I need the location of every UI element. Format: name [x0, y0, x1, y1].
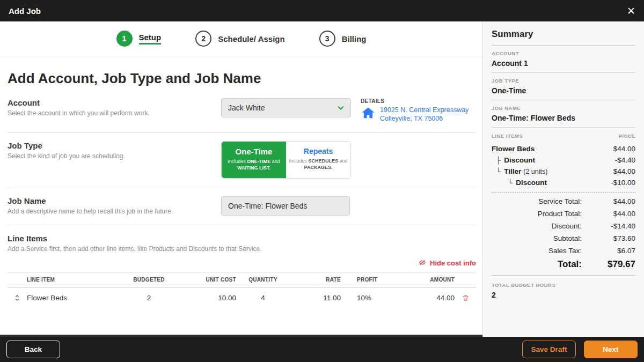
- account-details: DETAILS 19025 N. Central Expressway Coll…: [351, 98, 476, 123]
- job-type-toggle: One-Time Includes ONE-TIME and WAITING L…: [221, 141, 351, 179]
- repeats-title: Repeats: [289, 147, 348, 156]
- account-address: 19025 N. Central Expressway Colleyville,…: [380, 106, 469, 123]
- reorder-icon[interactable]: [8, 294, 27, 302]
- summary-line-items-label: LINE ITEMS: [492, 133, 523, 139]
- line-items-label: Line Items: [8, 234, 476, 243]
- summary-job-type: JOB TYPE One-Time: [492, 73, 635, 100]
- budget-hours-value: 2: [492, 291, 635, 299]
- eye-slash-icon: [418, 259, 427, 268]
- job-type-label: Job Type: [8, 141, 221, 150]
- summary-line-items-header: LINE ITEMS PRICE: [492, 133, 635, 142]
- home-icon: [361, 106, 376, 123]
- summary-job-name-label: JOB NAME: [492, 105, 635, 111]
- summary-job-type-value: One-Time: [492, 86, 635, 95]
- table-row: Flower Beds 2 10.00 4 11.00 10% 44.00: [8, 287, 476, 308]
- job-type-description: Select the kind of job you are schedulin…: [8, 152, 221, 160]
- main-panel: 1 Setup 2 Schedule/ Assign 3 Billing Add…: [0, 21, 483, 337]
- account-label: Account: [8, 98, 221, 107]
- account-description: Select the account in which you will per…: [8, 109, 221, 117]
- step-1-label: Setup: [139, 33, 162, 45]
- col-budgeted: BUDGETED: [126, 277, 172, 283]
- next-button[interactable]: Next: [584, 341, 638, 358]
- summary-subtotal: Subtotal:$73.60: [492, 234, 635, 242]
- cell-quantity: 4: [236, 294, 290, 302]
- col-quantity: QUANTITY: [236, 277, 290, 283]
- account-label-block: Account Select the account in which you …: [8, 98, 221, 117]
- table-header-row: LINE ITEM BUDGETED UNIT COST QUANTITY RA…: [8, 272, 476, 287]
- page-title: Add Account, Job Type and Job Name: [8, 70, 476, 87]
- main-body: Add Account, Job Type and Job Name Accou…: [0, 56, 482, 337]
- step-setup[interactable]: 1 Setup: [116, 31, 162, 47]
- one-time-title: One-Time: [224, 147, 283, 156]
- step-2-circle: 2: [195, 31, 211, 47]
- account-address-link[interactable]: 19025 N. Central Expressway Colleyville,…: [361, 106, 476, 123]
- cell-amount: 44.00: [394, 294, 455, 302]
- account-section: Account Select the account in which you …: [8, 90, 476, 133]
- job-type-label-block: Job Type Select the kind of job you are …: [8, 141, 221, 160]
- step-2-label: Schedule/ Assign: [218, 34, 284, 43]
- close-icon[interactable]: ✕: [627, 6, 635, 16]
- address-line-1: 19025 N. Central Expressway: [380, 106, 469, 114]
- line-items-section: Line Items Add a Service first, then add…: [8, 225, 476, 308]
- cell-profit: 10%: [341, 294, 394, 302]
- summary-price-label: PRICE: [618, 133, 635, 139]
- budget-hours-label: TOTAL BUDGET HOURS: [492, 282, 635, 288]
- summary-budget-hours: TOTAL BUDGET HOURS 2: [492, 276, 635, 306]
- summary-sales-tax: Sales Tax:$6.07: [492, 247, 635, 255]
- job-name-description: Add a descriptive name to help recall th…: [8, 208, 221, 215]
- summary-account: ACCOUNT Account 1: [492, 46, 635, 73]
- table-bottom-edge: [0, 335, 482, 337]
- cell-unit-cost: 10.00: [172, 294, 236, 302]
- cell-budgeted: 2: [126, 294, 172, 302]
- hide-cost-info-link[interactable]: Hide cost info: [8, 259, 476, 268]
- step-schedule-assign[interactable]: 2 Schedule/ Assign: [195, 31, 284, 47]
- account-dropdown-value: Jack White: [228, 104, 265, 112]
- stepper: 1 Setup 2 Schedule/ Assign 3 Billing: [0, 21, 482, 56]
- col-profit: PROFIT: [341, 277, 394, 283]
- col-line-item: LINE ITEM: [27, 277, 126, 283]
- summary-item-tiller: └ Tiller (2 units) $44.00: [492, 167, 635, 175]
- tree-connector: └: [508, 179, 513, 187]
- save-draft-button[interactable]: Save Draft: [522, 341, 576, 358]
- step-3-circle: 3: [319, 31, 335, 47]
- col-unit-cost: UNIT COST: [172, 277, 236, 283]
- dialog-title: Add Job: [9, 6, 41, 16]
- step-3-label: Billing: [342, 34, 367, 43]
- back-button[interactable]: Back: [6, 341, 60, 358]
- content: 1 Setup 2 Schedule/ Assign 3 Billing Add…: [0, 21, 644, 337]
- line-items-table: LINE ITEM BUDGETED UNIT COST QUANTITY RA…: [8, 272, 476, 308]
- hide-cost-info-label: Hide cost info: [430, 259, 476, 267]
- job-name-label-block: Job Name Add a descriptive name to help …: [8, 196, 221, 215]
- one-time-subtitle: Includes ONE-TIME and WAITING LIST.: [224, 158, 283, 172]
- job-name-input[interactable]: [221, 196, 350, 216]
- summary-title: Summary: [492, 29, 635, 46]
- account-dropdown[interactable]: Jack White: [221, 98, 351, 117]
- topbar: Add Job ✕: [0, 0, 644, 21]
- job-type-section: Job Type Select the kind of job you are …: [8, 133, 476, 188]
- line-items-description: Add a Service first, then add other line…: [8, 245, 476, 253]
- summary-item-flower-beds: Flower Beds $44.00: [492, 145, 635, 153]
- details-label: DETAILS: [361, 98, 476, 104]
- job-name-label: Job Name: [8, 196, 221, 205]
- chevron-down-icon: [338, 106, 344, 110]
- job-type-repeats-button[interactable]: Repeats Includes SCHEDULES and PACKAGES.: [286, 142, 350, 178]
- job-type-one-time-button[interactable]: One-Time Includes ONE-TIME and WAITING L…: [222, 142, 286, 178]
- bottombar: Back Save Draft Next: [0, 337, 644, 362]
- col-amount: AMOUNT: [394, 277, 455, 283]
- step-1-circle: 1: [116, 31, 133, 47]
- summary-account-value: Account 1: [492, 59, 635, 68]
- summary-account-label: ACCOUNT: [492, 50, 635, 56]
- job-name-section: Job Name Add a descriptive name to help …: [8, 188, 476, 225]
- col-rate: RATE: [290, 277, 341, 283]
- step-billing[interactable]: 3 Billing: [319, 31, 367, 47]
- address-line-2: Colleyville, TX 75006: [380, 115, 443, 122]
- add-job-dialog: Add Job ✕ 1 Setup 2 Schedule/ Assign 3 B…: [0, 0, 644, 362]
- tree-connector: └: [496, 167, 501, 175]
- trash-icon[interactable]: [455, 293, 476, 302]
- dotted-divider: [492, 192, 635, 193]
- summary-item-discount-1: ├ Discount -$4.40: [492, 156, 635, 164]
- summary-panel: Summary ACCOUNT Account 1 JOB TYPE One-T…: [483, 21, 644, 337]
- tree-connector: ├: [496, 156, 501, 164]
- summary-job-type-label: JOB TYPE: [492, 78, 635, 84]
- cell-line-item: Flower Beds: [27, 294, 126, 302]
